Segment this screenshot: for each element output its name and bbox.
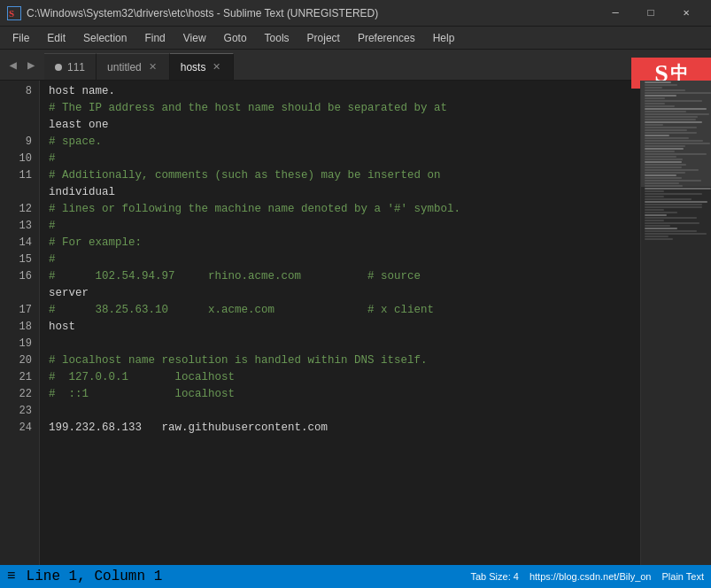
line-number: 8 [0,82,39,99]
minimap-line [645,188,711,190]
minimap-line [645,209,664,211]
minimap-line [645,206,702,208]
tab-close-icon[interactable]: ✕ [211,61,222,73]
line-number: 11 [0,166,39,183]
line-number: 17 [0,301,39,318]
code-line: # The IP address and the host name shoul… [49,99,640,116]
app-icon: S [7,6,21,20]
tab-label: hosts [181,61,206,74]
main-area: 89101112131415161718192021222324 host na… [0,81,711,565]
line-number: 23 [0,402,39,419]
code-line: # [49,150,640,166]
minimap-line [645,217,697,219]
menu-item-find[interactable]: Find [135,30,174,46]
code-line: # localhost name resolution is handled w… [49,352,640,368]
line-number: 15 [0,251,39,267]
line-number: 22 [0,385,39,402]
minimap-line [645,201,707,203]
menu-item-file[interactable]: File [4,30,38,46]
minimize-button[interactable]: ─ [598,0,633,27]
minimap-line [645,193,702,195]
minimap-line [645,198,692,200]
minimap-line [645,220,664,221]
minimap-line [645,228,677,229]
tab-dot [55,64,62,71]
code-line: # 102.54.94.97 rhino.acme.com # source [49,267,640,284]
line-number: 18 [0,318,39,335]
status-menu-icon[interactable]: ≡ [7,569,16,584]
line-number: 13 [0,217,39,234]
line-number: 20 [0,352,39,368]
window-title: C:\Windows\System32\drivers\etc\hosts - … [27,7,598,19]
tab-close-icon[interactable]: ✕ [147,61,158,73]
line-number: 12 [0,200,39,217]
window-controls: ─ □ ✕ [598,0,704,27]
code-line: 199.232.68.133 raw.githubusercontent.com [49,419,640,436]
status-tab-size[interactable]: Tab Size: 4 [470,571,518,582]
minimap-line [645,233,707,235]
menu-item-project[interactable]: Project [298,30,349,46]
tab-label: untitled [107,61,142,74]
status-right: Tab Size: 4 https://blog.csdn.net/Bily_o… [470,571,704,582]
minimap-line [645,222,699,224]
nav-left-arrow[interactable]: ◀ [6,56,20,74]
line-number: 19 [0,335,39,352]
line-number [0,116,39,133]
title-bar: S C:\Windows\System32\drivers\etc\hosts … [0,0,711,27]
minimap-line [645,230,697,232]
line-number [0,99,39,116]
tab-hosts[interactable]: hosts✕ [170,53,235,80]
code-line: # [49,251,640,267]
line-number: 14 [0,234,39,251]
code-line: individual [49,183,640,200]
minimap-line [645,204,702,205]
line-number: 21 [0,368,39,385]
menu-item-goto[interactable]: Goto [215,30,256,46]
status-position: Line 1, Column 1 [27,569,163,584]
menu-item-view[interactable]: View [174,30,215,46]
line-number: 24 [0,419,39,436]
minimap-line [645,225,670,227]
code-line: # ::1 localhost [49,385,640,402]
status-bar: ≡ Line 1, Column 1 Tab Size: 4 https://b… [0,565,711,588]
menu-item-edit[interactable]: Edit [38,30,74,46]
nav-right-arrow[interactable]: ▶ [24,56,38,74]
code-line: server [49,284,640,301]
code-editor[interactable]: host name.# The IP address and the host … [40,81,640,565]
tab-bar: ◀ ▶ 111untitled✕hosts✕ [0,50,711,81]
tab-111[interactable]: 111 [44,53,97,80]
tab-untitled[interactable]: untitled✕ [97,53,170,80]
code-line: # 38.25.63.10 x.acme.com # x client [49,301,640,318]
code-line: # For example: [49,234,640,251]
maximize-button[interactable]: □ [633,0,668,27]
line-numbers: 89101112131415161718192021222324 [0,81,40,565]
minimap-line [645,238,673,240]
minimap-line [645,212,677,213]
code-line: # Additionally, comments (such as these)… [49,166,640,183]
line-number [0,183,39,200]
code-line: # [49,217,640,234]
code-line: # 127.0.0.1 localhost [49,368,640,385]
line-number [0,284,39,301]
menu-item-selection[interactable]: Selection [74,30,135,46]
menu-bar: FileEditSelectionFindViewGotoToolsProjec… [0,27,711,50]
close-button[interactable]: ✕ [668,0,704,27]
menu-item-tools[interactable]: Tools [256,30,298,46]
menu-item-help[interactable]: Help [424,30,464,46]
code-line [49,402,640,419]
minimap-thumb [641,81,711,187]
status-url: https://blog.csdn.net/Bily_on [529,571,652,582]
status-filetype[interactable]: Plain Text [662,571,705,582]
code-line [49,335,640,352]
menu-item-preferences[interactable]: Preferences [349,30,424,46]
code-line: # lines or following the machine name de… [49,200,640,217]
minimap-line [645,196,664,197]
code-line: least one [49,116,640,133]
line-number: 16 [0,267,39,284]
minimap[interactable] [640,81,711,565]
line-number: 9 [0,133,39,150]
svg-text:S: S [9,8,14,19]
minimap-line [645,190,664,192]
code-line: host name. [49,82,640,99]
tab-label: 111 [67,61,85,74]
